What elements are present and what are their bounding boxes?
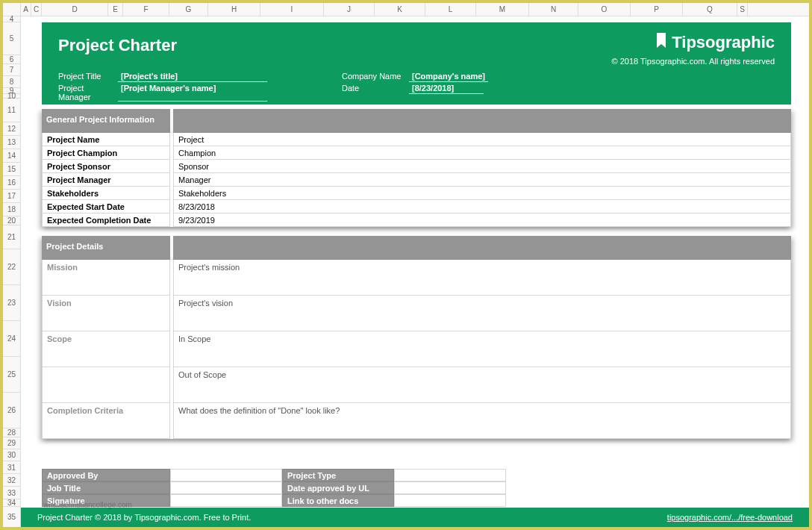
detail-label: [42, 367, 170, 403]
info-label: Project Name: [42, 133, 170, 146]
column-header[interactable]: O: [578, 3, 631, 16]
sheet-content: Project Charter Tipsographic © 2018 Tips…: [21, 16, 809, 527]
detail-value[interactable]: Project's mission: [173, 260, 791, 296]
row-header[interactable]: 35: [3, 507, 21, 528]
column-header[interactable]: D: [42, 3, 108, 16]
info-value[interactable]: Sponsor: [173, 160, 791, 173]
details-table: MissionVisionScopeCompletion Criteria Pr…: [42, 260, 791, 439]
company-name-value[interactable]: [Company's name]: [409, 72, 488, 82]
details-section-header: Project Details: [42, 236, 791, 260]
row-header[interactable]: 31: [3, 461, 21, 474]
row-header[interactable]: 26: [3, 393, 21, 428]
row-header[interactable]: 30: [3, 449, 21, 461]
row-header[interactable]: 32: [3, 474, 21, 487]
row-header[interactable]: 24: [3, 321, 21, 357]
brand: Tipsographic: [655, 33, 775, 52]
column-header[interactable]: J: [324, 3, 375, 16]
date-value[interactable]: [8/23/2018]: [409, 84, 484, 94]
row-header[interactable]: 13: [3, 136, 21, 149]
row-header[interactable]: 29: [3, 437, 21, 449]
bookmark-icon: [655, 33, 667, 52]
approval-value[interactable]: [170, 469, 282, 481]
column-header[interactable]: H: [208, 3, 260, 16]
footer-text: Project Charter © 2018 by Tipsographic.c…: [37, 513, 251, 522]
approval-section: Approved ByJob TitleSignature Project Ty…: [42, 469, 791, 507]
column-header[interactable]: I: [260, 3, 324, 16]
row-header[interactable]: 34: [3, 499, 21, 507]
info-label: Project Sponsor: [42, 160, 170, 173]
approval-label: Date approved by UL: [282, 481, 394, 494]
detail-value[interactable]: Out of Scope: [173, 367, 791, 403]
footer-link[interactable]: tipsographic.com/.../free-download: [667, 513, 793, 522]
row-header[interactable]: 4: [3, 16, 21, 22]
column-header[interactable]: K: [375, 3, 425, 16]
column-header[interactable]: C: [31, 3, 42, 16]
info-value[interactable]: Manager: [173, 173, 791, 187]
info-value[interactable]: Champion: [173, 146, 791, 160]
row-header[interactable]: 7: [3, 64, 21, 76]
column-headers: ACDEFGHIJKLMNOPQS: [3, 3, 809, 16]
header-fields: Project Title [Project's title] Project …: [58, 72, 775, 103]
row-header[interactable]: 12: [3, 122, 21, 136]
row-header[interactable]: 23: [3, 285, 21, 321]
column-header[interactable]: E: [108, 3, 123, 16]
row-header[interactable]: 6: [3, 55, 21, 64]
approval-label: Project Type: [282, 469, 394, 481]
detail-value[interactable]: In Scope: [173, 331, 791, 367]
column-header[interactable]: F: [123, 3, 169, 16]
project-manager-value[interactable]: [Projet Manager's name]: [118, 84, 267, 102]
column-header[interactable]: A: [21, 3, 31, 16]
info-label: Project Manager: [42, 173, 170, 187]
column-header[interactable]: L: [425, 3, 476, 16]
row-header[interactable]: 16: [3, 176, 21, 190]
row-header[interactable]: 25: [3, 357, 21, 393]
copyright: © 2018 Tipsographic.com. All rights rese…: [612, 57, 775, 66]
approval-value[interactable]: [394, 481, 506, 494]
info-label: Stakeholders: [42, 187, 170, 200]
general-info-table: Project NameProject ChampionProject Spon…: [42, 133, 791, 227]
column-header[interactable]: P: [631, 3, 683, 16]
info-value[interactable]: 9/23/2019: [173, 213, 791, 227]
project-title-value[interactable]: [Project's title]: [118, 72, 267, 82]
details-section-title: Project Details: [42, 236, 170, 260]
green-footer: Project Charter © 2018 by Tipsographic.c…: [21, 508, 809, 527]
detail-value[interactable]: What does the definition of "Done" look …: [173, 403, 791, 439]
info-value[interactable]: Stakeholders: [173, 187, 791, 200]
detail-label: Completion Criteria: [42, 403, 170, 439]
detail-label: Scope: [42, 331, 170, 367]
approval-value[interactable]: [170, 494, 282, 507]
row-header[interactable]: 17: [3, 190, 21, 203]
column-header[interactable]: Q: [683, 3, 737, 16]
detail-value[interactable]: Project's vision: [173, 296, 791, 331]
row-header[interactable]: 11: [3, 99, 21, 122]
approval-label: Link to other docs: [282, 494, 394, 507]
column-header[interactable]: S: [737, 3, 748, 16]
approval-value[interactable]: [394, 494, 506, 507]
row-header[interactable]: 5: [3, 22, 21, 55]
row-header[interactable]: 22: [3, 249, 21, 285]
watermark: whatischristiancollege.com: [43, 501, 132, 509]
approval-value[interactable]: [394, 469, 506, 481]
row-header[interactable]: 14: [3, 149, 21, 163]
approval-value[interactable]: [170, 481, 282, 494]
row-header[interactable]: 33: [3, 487, 21, 499]
row-header[interactable]: 18: [3, 203, 21, 216]
column-header[interactable]: G: [169, 3, 208, 16]
row-header[interactable]: 20: [3, 216, 21, 225]
detail-label: Mission: [42, 260, 170, 296]
info-label: Expected Completion Date: [42, 213, 170, 227]
info-value[interactable]: Project: [173, 133, 791, 146]
project-title-label: Project Title: [58, 72, 118, 82]
company-name-label: Company Name: [342, 72, 409, 82]
spreadsheet-frame: ACDEFGHIJKLMNOPQS 4567891011121314151617…: [0, 0, 812, 530]
row-header[interactable]: 15: [3, 163, 21, 176]
info-value[interactable]: 8/23/2018: [173, 200, 791, 213]
column-header[interactable]: M: [476, 3, 529, 16]
row-header[interactable]: 28: [3, 428, 21, 437]
green-header: Project Charter Tipsographic © 2018 Tips…: [42, 22, 791, 105]
row-header[interactable]: 21: [3, 225, 21, 249]
general-section-title: General Project Information: [42, 109, 170, 133]
date-label: Date: [342, 84, 409, 94]
column-header[interactable]: N: [529, 3, 578, 16]
approval-label: Approved By: [42, 469, 170, 481]
